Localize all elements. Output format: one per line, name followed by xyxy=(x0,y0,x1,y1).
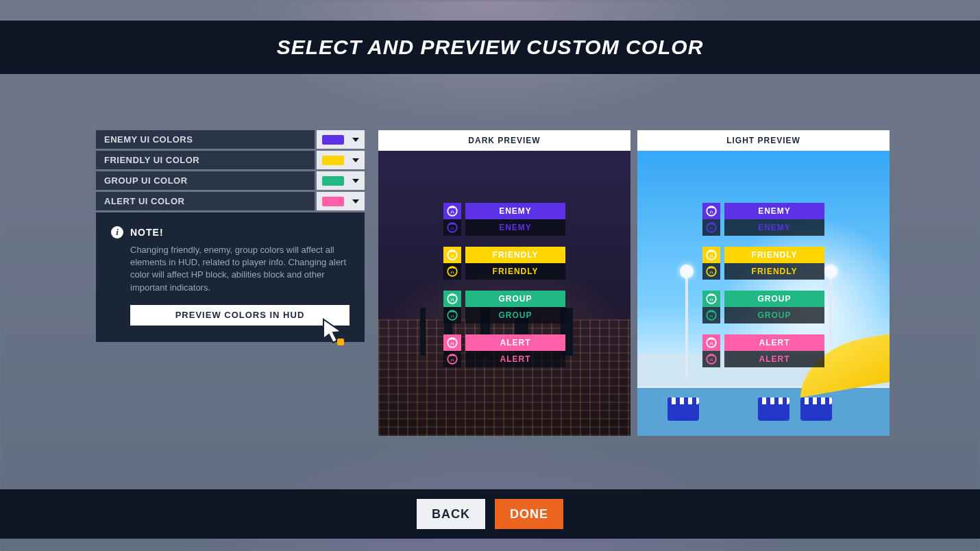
chip-label: GROUP xyxy=(724,307,824,323)
light-preview-body: ENEMYENEMYFRIENDLYFRIENDLYGROUPGROUPALER… xyxy=(637,151,890,436)
chip-group-outlined: GROUP xyxy=(702,307,824,323)
dark-preview-body: ENEMYENEMYFRIENDLYFRIENDLYGROUPGROUPALER… xyxy=(378,151,630,436)
info-icon: i xyxy=(111,226,123,238)
chip-label: FRIENDLY xyxy=(724,263,824,280)
overwatch-icon xyxy=(702,291,720,307)
light-preview-panel: LIGHT PREVIEW ENEMYENEMYFRIENDLYFRIENDLY… xyxy=(637,130,890,436)
setting-row-alert: ALERT UI COLOR xyxy=(96,192,365,210)
overwatch-icon xyxy=(443,247,461,263)
chip-label: ENEMY xyxy=(465,219,565,236)
setting-label-alert: ALERT UI COLOR xyxy=(96,192,315,210)
chip-label: ALERT xyxy=(724,351,824,367)
chevron-down-icon xyxy=(352,158,359,162)
overwatch-icon xyxy=(443,307,461,323)
svg-point-6 xyxy=(448,338,457,347)
setting-row-friendly: FRIENDLY UI COLOR xyxy=(96,151,365,169)
chip-label: ENEMY xyxy=(465,203,565,219)
svg-point-3 xyxy=(448,267,457,276)
overwatch-icon xyxy=(443,334,461,351)
svg-point-0 xyxy=(448,206,457,216)
light-preview-title: LIGHT PREVIEW xyxy=(637,130,890,151)
color-picker-alert[interactable] xyxy=(317,192,365,210)
svg-point-12 xyxy=(707,294,716,304)
overwatch-icon xyxy=(702,263,720,280)
svg-point-5 xyxy=(448,310,457,320)
svg-point-14 xyxy=(707,338,716,347)
overwatch-icon xyxy=(702,203,720,219)
chip-friendly-outlined: FRIENDLY xyxy=(443,263,565,280)
overwatch-icon xyxy=(702,334,720,351)
chip-alert-filled: ALERT xyxy=(702,334,824,351)
swatch-friendly xyxy=(322,156,344,165)
chip-label: GROUP xyxy=(465,291,565,307)
chip-label: ALERT xyxy=(465,334,565,351)
svg-point-1 xyxy=(448,223,457,232)
swatch-enemy xyxy=(322,135,344,145)
overwatch-icon xyxy=(702,307,720,323)
svg-point-9 xyxy=(707,223,716,232)
chevron-down-icon xyxy=(352,179,359,183)
note-box: i NOTE! Changing friendly, enemy, group … xyxy=(96,212,365,342)
header-bar: SELECT AND PREVIEW CUSTOM COLOR xyxy=(0,21,980,74)
svg-point-10 xyxy=(707,250,716,260)
chip-alert-filled: ALERT xyxy=(443,334,565,351)
chip-friendly-filled: FRIENDLY xyxy=(702,247,824,263)
chip-label: FRIENDLY xyxy=(724,247,824,263)
overwatch-icon xyxy=(702,219,720,236)
back-button[interactable]: BACK xyxy=(417,499,485,529)
chip-group-filled: GROUP xyxy=(702,291,824,307)
svg-point-11 xyxy=(707,267,716,276)
chip-alert-outlined: ALERT xyxy=(443,351,565,367)
overwatch-icon xyxy=(443,291,461,307)
footer-bar: BACK DONE xyxy=(0,489,980,539)
chip-group-outlined: GROUP xyxy=(443,307,565,323)
setting-label-enemy: ENEMY UI COLORS xyxy=(96,130,315,149)
chip-label: GROUP xyxy=(465,307,565,323)
chip-label: FRIENDLY xyxy=(465,263,565,280)
preview-colors-in-hud-button[interactable]: PREVIEW COLORS IN HUD xyxy=(130,305,350,326)
chip-alert-outlined: ALERT xyxy=(702,351,824,367)
svg-point-8 xyxy=(707,206,716,216)
chip-label: GROUP xyxy=(724,291,824,307)
dark-preview-title: DARK PREVIEW xyxy=(378,130,630,151)
chip-enemy-filled: ENEMY xyxy=(702,203,824,219)
chip-label: ALERT xyxy=(724,334,824,351)
page-title: SELECT AND PREVIEW CUSTOM COLOR xyxy=(277,36,704,59)
dark-preview-panel: DARK PREVIEW ENEMYENEMYFRIENDLYFRIENDLYG… xyxy=(378,130,630,436)
chip-friendly-outlined: FRIENDLY xyxy=(702,263,824,280)
overwatch-icon xyxy=(443,219,461,236)
chevron-down-icon xyxy=(352,138,359,142)
color-picker-enemy[interactable] xyxy=(317,130,365,149)
note-body: Changing friendly, enemy, group colors w… xyxy=(130,244,350,294)
color-picker-friendly[interactable] xyxy=(317,151,365,169)
done-button[interactable]: DONE xyxy=(495,499,563,529)
setting-row-group: GROUP UI COLOR xyxy=(96,171,365,190)
chip-label: ALERT xyxy=(465,351,565,367)
chip-enemy-outlined: ENEMY xyxy=(443,219,565,236)
color-picker-group[interactable] xyxy=(317,171,365,190)
svg-point-7 xyxy=(448,354,457,364)
settings-panel: ENEMY UI COLORSFRIENDLY UI COLORGROUP UI… xyxy=(96,130,365,342)
swatch-alert xyxy=(322,197,344,206)
chip-enemy-outlined: ENEMY xyxy=(702,219,824,236)
chip-label: ENEMY xyxy=(724,219,824,236)
chip-friendly-filled: FRIENDLY xyxy=(443,247,565,263)
setting-label-group: GROUP UI COLOR xyxy=(96,171,315,190)
note-title: NOTE! xyxy=(130,227,164,238)
chevron-down-icon xyxy=(352,199,359,204)
svg-point-15 xyxy=(707,354,716,364)
overwatch-icon xyxy=(443,203,461,219)
chip-label: ENEMY xyxy=(724,203,824,219)
setting-label-friendly: FRIENDLY UI COLOR xyxy=(96,151,315,169)
svg-point-2 xyxy=(448,250,457,260)
svg-point-4 xyxy=(448,294,457,304)
overwatch-icon xyxy=(702,351,720,367)
chip-enemy-filled: ENEMY xyxy=(443,203,565,219)
overwatch-icon xyxy=(443,351,461,367)
swatch-group xyxy=(322,176,344,186)
svg-point-13 xyxy=(707,310,716,320)
overwatch-icon xyxy=(702,247,720,263)
chip-group-filled: GROUP xyxy=(443,291,565,307)
overwatch-icon xyxy=(443,263,461,280)
setting-row-enemy: ENEMY UI COLORS xyxy=(96,130,365,149)
